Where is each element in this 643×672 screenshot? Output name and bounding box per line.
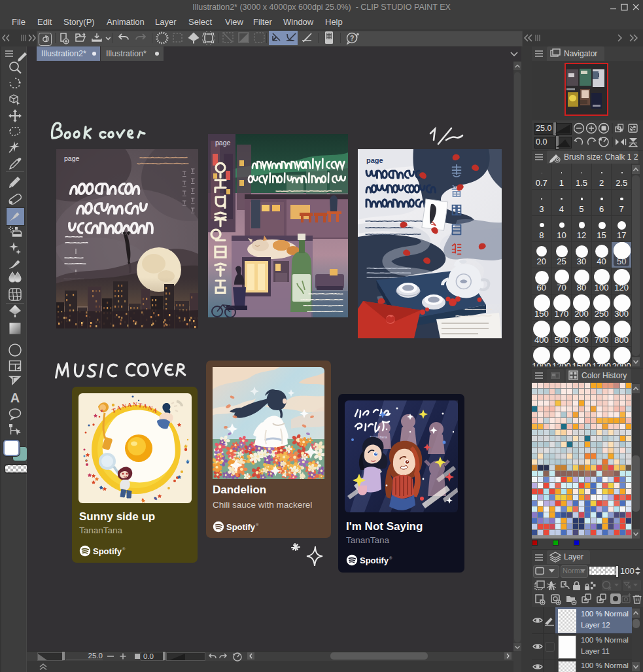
svg-text:page: page [366, 156, 383, 164]
svg-text:A: A [10, 391, 20, 405]
svg-text:Spotify: Spotify [360, 556, 389, 565]
svg-text:®: ® [256, 523, 259, 527]
svg-text:A: A [128, 402, 132, 408]
svg-text:N: N [133, 401, 137, 408]
svg-text:page: page [64, 154, 80, 162]
svg-text:®: ® [122, 547, 126, 551]
svg-text:T: T [138, 402, 143, 409]
svg-text:?: ? [350, 34, 354, 42]
svg-text:page: page [215, 139, 231, 147]
svg-text:®: ® [389, 556, 392, 560]
svg-text:Spotify: Spotify [226, 522, 256, 532]
svg-text:Spotify: Spotify [93, 546, 122, 556]
